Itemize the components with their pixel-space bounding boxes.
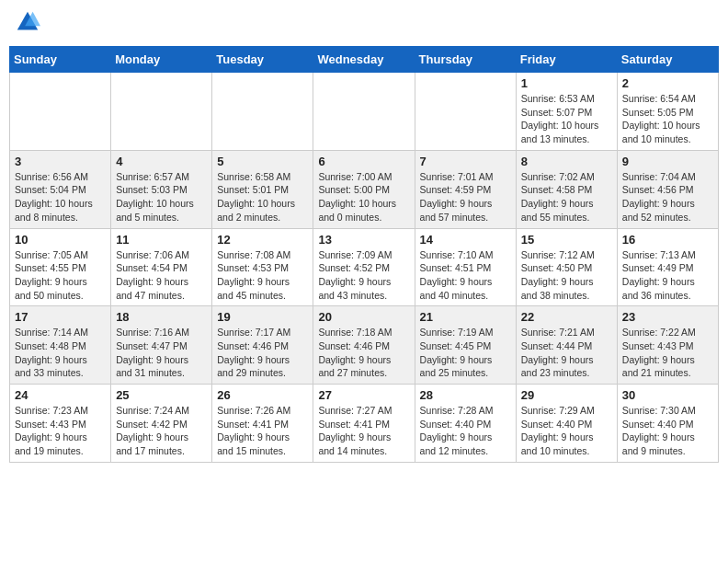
day-info: Sunrise: 7:00 AM Sunset: 5:00 PM Dayligh… — [318, 170, 409, 224]
day-number: 9 — [622, 155, 713, 168]
day-info: Sunrise: 7:23 AM Sunset: 4:43 PM Dayligh… — [15, 404, 106, 458]
calendar-cell: 12Sunrise: 7:08 AM Sunset: 4:53 PM Dayli… — [212, 228, 313, 306]
day-info: Sunrise: 7:29 AM Sunset: 4:40 PM Dayligh… — [521, 404, 612, 458]
day-number: 25 — [116, 388, 207, 402]
calendar-cell: 8Sunrise: 7:02 AM Sunset: 4:58 PM Daylig… — [516, 150, 617, 228]
day-info: Sunrise: 7:06 AM Sunset: 4:54 PM Dayligh… — [116, 248, 207, 303]
day-info: Sunrise: 7:21 AM Sunset: 4:44 PM Dayligh… — [521, 326, 612, 380]
calendar-cell: 26Sunrise: 7:26 AM Sunset: 4:41 PM Dayli… — [212, 385, 313, 463]
calendar-cell — [10, 73, 111, 151]
day-number: 19 — [217, 310, 308, 324]
day-number: 30 — [622, 388, 713, 402]
day-number: 22 — [521, 310, 612, 324]
day-info: Sunrise: 7:05 AM Sunset: 4:55 PM Dayligh… — [15, 248, 106, 303]
day-info: Sunrise: 7:16 AM Sunset: 4:47 PM Dayligh… — [116, 326, 207, 380]
day-info: Sunrise: 6:58 AM Sunset: 5:01 PM Dayligh… — [217, 170, 308, 224]
day-info: Sunrise: 7:17 AM Sunset: 4:46 PM Dayligh… — [217, 326, 308, 380]
day-info: Sunrise: 7:08 AM Sunset: 4:53 PM Dayligh… — [217, 248, 308, 303]
calendar-week-row: 3Sunrise: 6:56 AM Sunset: 5:04 PM Daylig… — [10, 150, 719, 228]
calendar-cell: 22Sunrise: 7:21 AM Sunset: 4:44 PM Dayli… — [516, 306, 617, 385]
calendar-cell — [111, 73, 212, 151]
calendar-cell: 15Sunrise: 7:12 AM Sunset: 4:50 PM Dayli… — [516, 228, 617, 306]
day-number: 8 — [521, 155, 612, 168]
day-info: Sunrise: 7:30 AM Sunset: 4:40 PM Dayligh… — [622, 404, 713, 458]
day-number: 6 — [318, 155, 409, 168]
calendar-cell: 17Sunrise: 7:14 AM Sunset: 4:48 PM Dayli… — [10, 306, 111, 385]
day-info: Sunrise: 6:54 AM Sunset: 5:05 PM Dayligh… — [622, 92, 713, 146]
day-info: Sunrise: 6:57 AM Sunset: 5:03 PM Dayligh… — [116, 170, 207, 224]
calendar-cell: 29Sunrise: 7:29 AM Sunset: 4:40 PM Dayli… — [516, 385, 617, 463]
calendar-cell: 4Sunrise: 6:57 AM Sunset: 5:03 PM Daylig… — [111, 150, 212, 228]
day-header-thursday: Thursday — [415, 47, 516, 73]
calendar-cell: 20Sunrise: 7:18 AM Sunset: 4:46 PM Dayli… — [313, 306, 415, 385]
calendar-cell: 10Sunrise: 7:05 AM Sunset: 4:55 PM Dayli… — [10, 228, 111, 306]
day-info: Sunrise: 7:14 AM Sunset: 4:48 PM Dayligh… — [15, 326, 106, 380]
day-number: 2 — [622, 76, 713, 90]
logo-icon — [15, 9, 40, 35]
day-number: 16 — [622, 233, 713, 247]
day-info: Sunrise: 7:26 AM Sunset: 4:41 PM Dayligh… — [217, 404, 308, 458]
calendar-cell — [212, 73, 313, 151]
calendar-cell: 11Sunrise: 7:06 AM Sunset: 4:54 PM Dayli… — [111, 228, 212, 306]
calendar-cell: 23Sunrise: 7:22 AM Sunset: 4:43 PM Dayli… — [617, 306, 718, 385]
day-number: 17 — [15, 310, 106, 324]
calendar-cell — [313, 73, 415, 151]
day-info: Sunrise: 7:19 AM Sunset: 4:45 PM Dayligh… — [420, 326, 511, 380]
calendar-cell: 13Sunrise: 7:09 AM Sunset: 4:52 PM Dayli… — [313, 228, 415, 306]
day-number: 5 — [217, 155, 308, 168]
calendar-cell: 25Sunrise: 7:24 AM Sunset: 4:42 PM Dayli… — [111, 385, 212, 463]
day-info: Sunrise: 6:56 AM Sunset: 5:04 PM Dayligh… — [15, 170, 106, 224]
day-number: 15 — [521, 233, 612, 247]
day-number: 28 — [420, 388, 511, 402]
calendar-week-row: 24Sunrise: 7:23 AM Sunset: 4:43 PM Dayli… — [10, 385, 719, 463]
logo — [13, 9, 40, 39]
day-number: 24 — [15, 388, 106, 402]
calendar-week-row: 1Sunrise: 6:53 AM Sunset: 5:07 PM Daylig… — [10, 73, 719, 151]
day-info: Sunrise: 7:22 AM Sunset: 4:43 PM Dayligh… — [622, 326, 713, 380]
day-info: Sunrise: 7:18 AM Sunset: 4:46 PM Dayligh… — [318, 326, 409, 380]
day-number: 14 — [420, 233, 511, 247]
day-number: 29 — [521, 388, 612, 402]
calendar-header-row: SundayMondayTuesdayWednesdayThursdayFrid… — [10, 47, 719, 73]
day-info: Sunrise: 7:10 AM Sunset: 4:51 PM Dayligh… — [420, 248, 511, 303]
day-info: Sunrise: 7:09 AM Sunset: 4:52 PM Dayligh… — [318, 248, 409, 303]
header — [9, 9, 719, 39]
day-header-wednesday: Wednesday — [313, 47, 415, 73]
day-info: Sunrise: 7:01 AM Sunset: 4:59 PM Dayligh… — [420, 170, 511, 224]
day-info: Sunrise: 7:13 AM Sunset: 4:49 PM Dayligh… — [622, 248, 713, 303]
calendar-cell: 24Sunrise: 7:23 AM Sunset: 4:43 PM Dayli… — [10, 385, 111, 463]
day-number: 10 — [15, 233, 106, 247]
day-info: Sunrise: 6:53 AM Sunset: 5:07 PM Dayligh… — [521, 92, 612, 146]
day-number: 11 — [116, 233, 207, 247]
calendar-cell: 18Sunrise: 7:16 AM Sunset: 4:47 PM Dayli… — [111, 306, 212, 385]
day-number: 20 — [318, 310, 409, 324]
day-number: 18 — [116, 310, 207, 324]
calendar-table: SundayMondayTuesdayWednesdayThursdayFrid… — [9, 46, 719, 463]
day-info: Sunrise: 7:04 AM Sunset: 4:56 PM Dayligh… — [622, 170, 713, 224]
day-number: 12 — [217, 233, 308, 247]
day-number: 21 — [420, 310, 511, 324]
day-header-saturday: Saturday — [617, 47, 718, 73]
calendar-week-row: 17Sunrise: 7:14 AM Sunset: 4:48 PM Dayli… — [10, 306, 719, 385]
day-number: 7 — [420, 155, 511, 168]
day-header-monday: Monday — [111, 47, 212, 73]
calendar-cell: 28Sunrise: 7:28 AM Sunset: 4:40 PM Dayli… — [415, 385, 516, 463]
calendar-cell — [415, 73, 516, 151]
calendar-cell: 5Sunrise: 6:58 AM Sunset: 5:01 PM Daylig… — [212, 150, 313, 228]
calendar-cell: 1Sunrise: 6:53 AM Sunset: 5:07 PM Daylig… — [516, 73, 617, 151]
calendar-cell: 30Sunrise: 7:30 AM Sunset: 4:40 PM Dayli… — [617, 385, 718, 463]
day-info: Sunrise: 7:02 AM Sunset: 4:58 PM Dayligh… — [521, 170, 612, 224]
day-header-tuesday: Tuesday — [212, 47, 313, 73]
calendar-week-row: 10Sunrise: 7:05 AM Sunset: 4:55 PM Dayli… — [10, 228, 719, 306]
calendar-cell: 3Sunrise: 6:56 AM Sunset: 5:04 PM Daylig… — [10, 150, 111, 228]
day-info: Sunrise: 7:24 AM Sunset: 4:42 PM Dayligh… — [116, 404, 207, 458]
calendar-cell: 19Sunrise: 7:17 AM Sunset: 4:46 PM Dayli… — [212, 306, 313, 385]
calendar-cell: 6Sunrise: 7:00 AM Sunset: 5:00 PM Daylig… — [313, 150, 415, 228]
day-number: 26 — [217, 388, 308, 402]
day-number: 1 — [521, 76, 612, 90]
calendar-cell: 16Sunrise: 7:13 AM Sunset: 4:49 PM Dayli… — [617, 228, 718, 306]
calendar-cell: 21Sunrise: 7:19 AM Sunset: 4:45 PM Dayli… — [415, 306, 516, 385]
day-info: Sunrise: 7:28 AM Sunset: 4:40 PM Dayligh… — [420, 404, 511, 458]
calendar-cell: 27Sunrise: 7:27 AM Sunset: 4:41 PM Dayli… — [313, 385, 415, 463]
day-info: Sunrise: 7:12 AM Sunset: 4:50 PM Dayligh… — [521, 248, 612, 303]
